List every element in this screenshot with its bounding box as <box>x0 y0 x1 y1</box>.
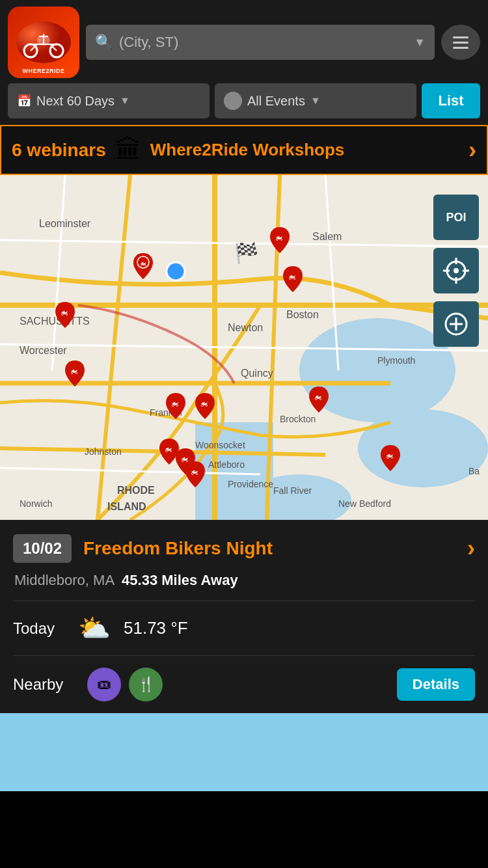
svg-text:New Bedford: New Bedford <box>338 498 391 509</box>
svg-text:Leominster: Leominster <box>39 218 91 229</box>
svg-text:Woonsocket: Woonsocket <box>195 440 245 450</box>
svg-text:🏍: 🏍 <box>275 233 283 242</box>
search-icon: 🔍 <box>95 34 113 51</box>
svg-text:Norwich: Norwich <box>20 498 53 509</box>
svg-text:Quincy: Quincy <box>241 368 273 379</box>
search-bar[interactable]: 🔍 (City, ST) ▼ <box>86 25 435 60</box>
banner-arrow: › <box>468 137 476 164</box>
date-filter-arrow: ▼ <box>120 95 130 107</box>
svg-text:Worcester: Worcester <box>20 345 67 356</box>
list-button-label: List <box>438 92 463 109</box>
events-filter-button[interactable]: All Events ▼ <box>215 83 416 118</box>
nearby-tickets-icon[interactable]: 🎟 <box>87 668 121 701</box>
event-title: Freedom Bikers Night <box>83 538 455 559</box>
header: WHERE2RIDE 🔍 (City, ST) ▼ 📅 Next 60 Days… <box>0 0 488 125</box>
header-top: WHERE2RIDE 🔍 (City, ST) ▼ <box>8 7 480 78</box>
weather-temperature: 51.73 °F <box>124 618 188 638</box>
svg-text:Salem: Salem <box>312 231 342 242</box>
details-button[interactable]: Details <box>397 668 475 701</box>
date-filter-label: Next 60 Days <box>36 94 115 109</box>
svg-text:Plymouth: Plymouth <box>377 355 415 366</box>
weather-icon: ⛅ <box>78 613 111 644</box>
svg-point-46 <box>167 262 185 280</box>
search-dropdown-arrow: ▼ <box>414 36 426 49</box>
poi-label: POI <box>446 211 466 224</box>
svg-text:🏍: 🏍 <box>165 444 172 454</box>
svg-text:Johnston: Johnston <box>85 446 122 457</box>
svg-text:ISLAND: ISLAND <box>107 501 146 512</box>
svg-text:🏍: 🏍 <box>314 392 322 401</box>
svg-text:Newton: Newton <box>228 322 263 333</box>
svg-point-61 <box>454 268 459 273</box>
banner-title: Where2Ride Workshops <box>150 140 459 160</box>
svg-text:Boston: Boston <box>286 309 319 320</box>
nearby-food-icon[interactable]: 🍴 <box>129 668 163 701</box>
svg-text:Providence: Providence <box>228 479 273 489</box>
event-header: 10/02 Freedom Bikers Night › <box>13 534 475 563</box>
svg-text:🏍: 🏍 <box>61 308 68 317</box>
svg-text:🏁: 🏁 <box>234 241 259 265</box>
nearby-icons: 🎟 🍴 <box>87 668 388 701</box>
event-location-city: Middleboro, MA <box>14 572 114 588</box>
add-event-button[interactable] <box>433 301 479 347</box>
svg-text:🏍: 🏍 <box>140 260 146 267</box>
date-filter-button[interactable]: 📅 Next 60 Days ▼ <box>8 83 210 118</box>
svg-text:Ba: Ba <box>468 466 480 476</box>
toggle-icon <box>224 92 242 110</box>
event-detail-arrow[interactable]: › <box>467 535 475 562</box>
add-icon <box>443 311 469 337</box>
event-distance: 45.33 Miles Away <box>122 572 238 588</box>
events-filter-arrow: ▼ <box>310 95 321 107</box>
poi-button[interactable]: POI <box>433 195 479 240</box>
hamburger-icon <box>453 36 468 49</box>
webinar-count: 6 webinars <box>12 140 106 161</box>
locate-button[interactable] <box>433 248 479 293</box>
svg-text:Brockton: Brockton <box>280 414 316 424</box>
logo-text: WHERE2RIDE <box>22 68 64 74</box>
svg-text:🏍: 🏍 <box>191 467 198 476</box>
event-date-badge: 10/02 <box>13 534 72 563</box>
svg-text:🏍: 🏍 <box>171 399 179 408</box>
workshop-icon: 🏛 <box>115 135 141 165</box>
svg-text:🏍: 🏍 <box>70 366 78 375</box>
header-bottom: 📅 Next 60 Days ▼ All Events ▼ List <box>8 83 480 118</box>
crosshair-icon <box>443 258 469 284</box>
event-footer: Nearby 🎟 🍴 Details <box>13 655 475 713</box>
weather-row: Today ⛅ 51.73 °F <box>13 601 475 655</box>
svg-text:RHODE: RHODE <box>117 485 155 496</box>
weather-label: Today <box>13 619 65 638</box>
map[interactable]: Leominster Salem SACHUSETTS Worcester Ne… <box>0 175 488 520</box>
svg-text:🏍: 🏍 <box>181 454 189 463</box>
bottom-area <box>0 713 488 791</box>
app-logo: WHERE2RIDE <box>8 7 79 78</box>
search-input[interactable]: (City, ST) <box>119 34 407 51</box>
calendar-icon: 📅 <box>17 94 31 108</box>
svg-text:Attleboro: Attleboro <box>208 459 245 470</box>
svg-text:SACHUSETTS: SACHUSETTS <box>20 316 90 327</box>
svg-text:Fall River: Fall River <box>273 485 312 496</box>
workshops-banner[interactable]: 6 webinars 🏛 Where2Ride Workshops › <box>0 125 488 175</box>
svg-text:🏍: 🏍 <box>288 272 296 281</box>
events-filter-label: All Events <box>247 94 305 109</box>
nearby-label: Nearby <box>13 675 78 694</box>
list-view-button[interactable]: List <box>422 83 480 118</box>
svg-text:🏍: 🏍 <box>200 399 208 408</box>
svg-text:🏍: 🏍 <box>386 451 394 460</box>
menu-button[interactable] <box>441 25 480 60</box>
event-card: 10/02 Freedom Bikers Night › Middleboro,… <box>0 520 488 713</box>
event-location: Middleboro, MA 45.33 Miles Away <box>13 572 475 589</box>
